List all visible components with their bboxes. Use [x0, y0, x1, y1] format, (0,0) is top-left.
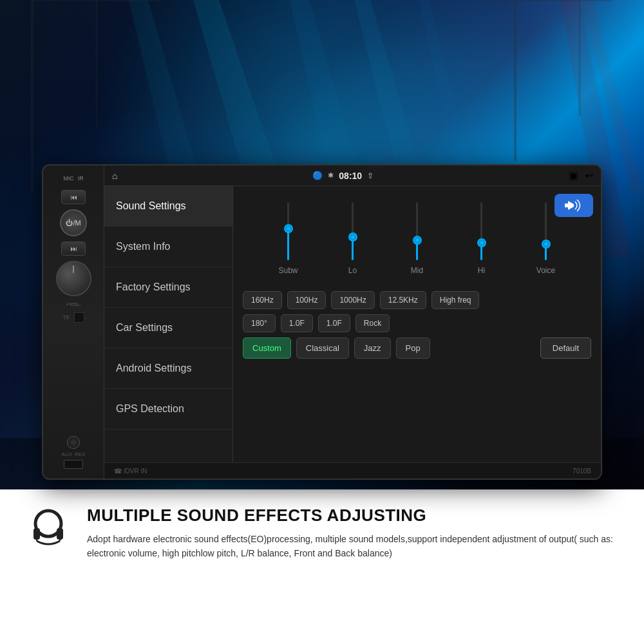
- svg-marker-27: [568, 201, 574, 210]
- eq-channel-lo: Lo: [330, 202, 375, 283]
- eq-label-lo: Lo: [348, 266, 357, 275]
- next-button[interactable]: ⏭: [61, 242, 86, 256]
- phase-btn-rock[interactable]: Rock: [355, 314, 390, 332]
- menu-item-gps-detection[interactable]: GPS Detection: [104, 389, 232, 430]
- eq-channel-mid: Mid: [395, 202, 440, 283]
- main-content-area: Sound Settings System Info Factory Setti…: [104, 186, 601, 462]
- preset-buttons-row: CustomClassicalJazzPopDefault: [243, 337, 591, 359]
- headphone-icon: [26, 506, 71, 551]
- sound-settings-content: Subw Lo Mid Hi Voice: [233, 186, 601, 462]
- slider-track-lo[interactable]: [352, 202, 354, 260]
- menu-item-sound-settings[interactable]: Sound Settings: [104, 186, 232, 227]
- dvr-label: ☎ /DVR IN: [114, 468, 147, 475]
- model-label: 7010B: [573, 468, 591, 475]
- usb-slot[interactable]: [64, 460, 83, 469]
- default-button[interactable]: Default: [540, 337, 591, 359]
- menu-item-android-settings[interactable]: Android Settings: [104, 348, 232, 389]
- menu-item-factory-settings[interactable]: Factory Settings: [104, 267, 232, 308]
- slider-track-mid[interactable]: [416, 202, 418, 260]
- product-headline: MULTIPLE SOUND EFFECTS ADJUSTING: [87, 506, 618, 526]
- back-icon[interactable]: ↩: [585, 169, 593, 182]
- aux-label: AUX: [62, 451, 72, 457]
- aux-jack[interactable]: [67, 436, 80, 449]
- freq-btn-160hz[interactable]: 160Hz: [243, 291, 282, 309]
- mic-label: MIC: [63, 175, 74, 182]
- tf-slot[interactable]: [74, 312, 84, 323]
- svg-rect-26: [565, 204, 568, 207]
- product-description-section: MULTIPLE SOUND EFFECTS ADJUSTING Adopt h…: [0, 489, 644, 644]
- eq-channel-subw: Subw: [266, 202, 311, 283]
- ir-label: IR: [78, 175, 84, 182]
- phase-btn-180deg[interactable]: 180°: [243, 314, 276, 332]
- phase-btn-1f1[interactable]: 1.0F: [281, 314, 313, 332]
- power-mode-button[interactable]: ⏻/M: [60, 209, 87, 236]
- home-icon[interactable]: ⌂: [112, 171, 117, 181]
- preset-btn-classical[interactable]: Classical: [296, 337, 349, 359]
- eq-label-hi: Hi: [478, 266, 485, 275]
- preset-btn-pop[interactable]: Pop: [396, 337, 430, 359]
- slider-track-subw[interactable]: [287, 202, 289, 260]
- signal-up-icon: ⇧: [367, 171, 374, 180]
- res-label: RES: [75, 451, 85, 457]
- sound-icon-button[interactable]: [554, 194, 593, 217]
- vol-label: +VOL-: [66, 301, 80, 307]
- eq-label-mid: Mid: [411, 266, 423, 275]
- frequency-buttons-row: 160Hz100Hz1000Hz12.5KHzHigh freq: [243, 291, 591, 309]
- window-icon[interactable]: ▣: [569, 169, 578, 182]
- menu-item-car-settings[interactable]: Car Settings: [104, 308, 232, 348]
- eq-label-voice: Voice: [536, 266, 555, 275]
- status-time: 08:10: [339, 171, 362, 181]
- car-stereo-device: MIC IR ⏮ ⏻/M ⏭ +VOL- TF AUX RE: [42, 164, 602, 480]
- main-screen: ⌂ 🔵 ✱ 08:10 ⇧ ▣ ↩ Sound Settin: [104, 166, 601, 462]
- phase-filter-row: 180°1.0F1.0FRock: [243, 314, 591, 332]
- product-description: Adopt hardware electronic sound effects(…: [87, 532, 618, 561]
- physical-controls-panel: MIC IR ⏮ ⏻/M ⏭ +VOL- TF AUX RE: [43, 166, 104, 478]
- phase-btn-1f2[interactable]: 1.0F: [318, 314, 350, 332]
- freq-btn-1000hz[interactable]: 1000Hz: [331, 291, 374, 309]
- preset-btn-custom[interactable]: Custom: [243, 337, 291, 359]
- eq-sliders-section: Subw Lo Mid Hi Voice: [243, 196, 591, 286]
- slider-track-hi[interactable]: [480, 202, 482, 260]
- slider-track-voice[interactable]: [545, 202, 547, 260]
- volume-knob[interactable]: [56, 261, 91, 296]
- freq-btn-highfreq[interactable]: High freq: [431, 291, 480, 309]
- freq-btn-125khz[interactable]: 12.5KHz: [380, 291, 426, 309]
- settings-menu: Sound Settings System Info Factory Setti…: [104, 186, 233, 462]
- tf-label: TF: [63, 314, 70, 321]
- freq-btn-100hz[interactable]: 100Hz: [287, 291, 327, 309]
- status-bar: ⌂ 🔵 ✱ 08:10 ⇧ ▣ ↩: [104, 166, 601, 186]
- menu-item-system-info[interactable]: System Info: [104, 227, 232, 267]
- preset-btn-jazz[interactable]: Jazz: [354, 337, 391, 359]
- bt-icon2: ✱: [328, 171, 334, 180]
- prev-button[interactable]: ⏮: [61, 190, 86, 204]
- eq-channel-hi: Hi: [459, 202, 504, 283]
- bluetooth-icon: 🔵: [312, 171, 323, 180]
- device-bottom-bar: ☎ /DVR IN 7010B: [104, 462, 601, 478]
- eq-label-subw: Subw: [278, 266, 298, 275]
